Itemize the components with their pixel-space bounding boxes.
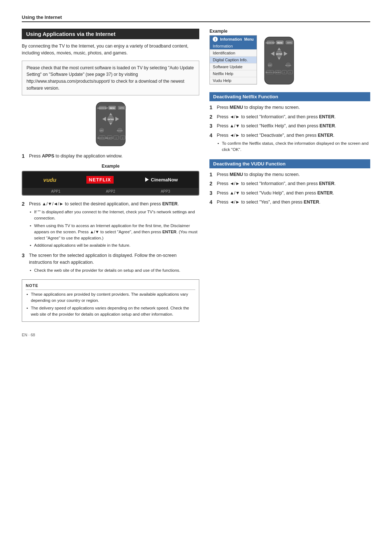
- svg-text:ENTER: ENTER: [276, 53, 282, 55]
- svg-text:AQUOS NET: AQUOS NET: [266, 42, 275, 44]
- step-1-number: 1: [22, 153, 27, 160]
- page-footer: EN · 68: [22, 333, 370, 337]
- vudu-step-2-num: 2: [209, 180, 215, 188]
- step-3: 3 The screen for the selected applicatio…: [22, 252, 199, 275]
- vudu-step-4-num: 4: [209, 199, 215, 206]
- menu-panel-header: i Information Menu: [210, 36, 257, 43]
- app-label-2: APP2: [106, 189, 115, 193]
- netflix-step-2: 2 Press ◄/► to select "Information", and…: [209, 114, 370, 121]
- netflix-note: To confirm the Netflix status, check the…: [217, 140, 370, 153]
- svg-text:RETURN: RETURN: [285, 65, 291, 66]
- netflix-step-1-num: 1: [209, 104, 215, 111]
- step-2-number: 2: [22, 201, 27, 208]
- right-column: Example i Information Menu Information I…: [209, 29, 370, 322]
- netflix-logo: NETFLIX: [86, 176, 114, 184]
- remote-illustration-left: AQUOS NET MENU APPS ENTER EXIT: [22, 100, 199, 148]
- intro-text: By connecting the TV to the Internet, yo…: [22, 43, 199, 57]
- footer-text: EN · 68: [22, 333, 35, 337]
- netflix-step-2-num: 2: [209, 114, 215, 121]
- menu-item-identification: Identification: [210, 50, 257, 57]
- two-column-layout: Using Applications via the Internet By c…: [22, 29, 370, 322]
- app-window-body: vudu NETFLIX CinemaNow: [23, 172, 199, 188]
- example-label-right: Example: [209, 29, 370, 34]
- svg-text:FAVORITE CH: FAVORITE CH: [265, 72, 274, 73]
- vudu-step-3-content: Press ▲/▼ to select "Vudu Help", and the…: [217, 190, 370, 197]
- step-1-text: Press APPS to display the application wi…: [29, 153, 123, 159]
- step-3-number: 3: [22, 252, 27, 259]
- note-box: NOTE These applications are provided by …: [22, 279, 199, 322]
- step-2-enter: ENTER: [162, 201, 177, 206]
- netflix-steps-list: 1 Press MENU to display the menu screen.…: [209, 104, 370, 154]
- vudu-step-3: 3 Press ▲/▼ to select "Vudu Help", and t…: [209, 190, 370, 197]
- netflix-step-4-bullets: To confirm the Netflix status, check the…: [217, 140, 370, 153]
- step-3-bullet-1: Check the web site of the provider for d…: [30, 267, 199, 274]
- note-bullets: These applications are provided by conte…: [26, 291, 195, 317]
- vudu-step-2-content: Press ◄/► to select "Information", and t…: [217, 180, 370, 187]
- svg-text:3: 3: [290, 72, 290, 73]
- menu-item-vudu-help: Vudu Help: [210, 77, 257, 84]
- menu-item-information: Information: [210, 43, 257, 50]
- step-3-bullets: Check the web site of the provider for d…: [30, 267, 199, 274]
- steps-list-2: 2 Press ▲/▼/◄/► to select the desired ap…: [22, 201, 199, 275]
- example-label-left: Example: [22, 164, 199, 169]
- menu-item-digital-caption: Digital Caption Info.: [210, 57, 257, 63]
- cinemanow-icon: [144, 177, 150, 182]
- vudu-steps-list: 1 Press MENU to display the menu screen.…: [209, 171, 370, 206]
- step-3-content: The screen for the selected application …: [29, 252, 199, 275]
- remote-illustration-right: AQUOS NET MENU APPS ENTER EXIT: [259, 35, 299, 87]
- cinemanow-logo: CinemaNow: [144, 177, 178, 182]
- note-bullet-2: The delivery speed of applications varie…: [26, 305, 195, 318]
- app-label-3: APP3: [161, 189, 170, 193]
- netflix-step-4-content: Press ◄/► to select "Deactivate", and th…: [217, 132, 370, 154]
- svg-text:FAVORITE CH: FAVORITE CH: [97, 137, 106, 139]
- step-2-bullets: If "" is displayed after you connect to …: [30, 209, 199, 249]
- section-title: Using Applications via the Internet: [22, 29, 199, 39]
- netflix-step-3-num: 3: [209, 123, 215, 130]
- menu-illustration: i Information Menu Information Identific…: [209, 35, 370, 87]
- remote-svg-right: AQUOS NET MENU APPS ENTER EXIT: [259, 35, 299, 86]
- steps-list: 1 Press APPS to display the application …: [22, 153, 199, 160]
- netflix-step-1-content: Press MENU to display the menu screen.: [217, 104, 370, 111]
- page-header: Using the Internet: [22, 15, 370, 22]
- page-header-title: Using the Internet: [22, 15, 62, 20]
- step-2-bullet-3: Additional applications will be availabl…: [30, 242, 199, 249]
- svg-marker-27: [145, 177, 149, 182]
- step-2: 2 Press ▲/▼/◄/► to select the desired ap…: [22, 201, 199, 250]
- info-icon: i: [213, 37, 218, 42]
- netflix-step-3-content: Press ▲/▼ to select "Netflix Help", and …: [217, 123, 370, 130]
- vudu-step-2: 2 Press ◄/► to select "Information", and…: [209, 180, 370, 188]
- left-column: Using Applications via the Internet By c…: [22, 29, 199, 322]
- svg-text:MENU: MENU: [109, 107, 115, 109]
- netflix-step-4-num: 4: [209, 132, 215, 139]
- note-bullet-1: These applications are provided by conte…: [26, 291, 195, 304]
- netflix-step-2-content: Press ◄/► to select "Information", and t…: [217, 114, 370, 120]
- svg-text:RETURN: RETURN: [117, 130, 123, 132]
- svg-text:EXIT: EXIT: [100, 130, 103, 132]
- app-window-illustration: vudu NETFLIX CinemaNow APP1 APP2 APP3: [22, 171, 199, 196]
- menu-item-netflix-help: Netflix Help: [210, 70, 257, 77]
- app-label-1: APP1: [51, 189, 61, 193]
- netflix-step-4: 4 Press ◄/► to select "Deactivate", and …: [209, 132, 370, 154]
- svg-text:APPS: APPS: [287, 42, 292, 44]
- note-label: NOTE: [26, 283, 195, 290]
- vudu-step-1: 1 Press MENU to display the menu screen.: [209, 171, 370, 178]
- svg-text:FAV APP 2: FAV APP 2: [106, 137, 113, 139]
- vudu-step-3-num: 3: [209, 190, 215, 197]
- svg-text:ENTER: ENTER: [107, 118, 114, 120]
- svg-text:2: 2: [278, 70, 278, 72]
- netflix-step-3: 3 Press ▲/▼ to select "Netflix Help", an…: [209, 123, 370, 130]
- vudu-step-4: 4 Press ◄/► to select "Yes", and then pr…: [209, 199, 370, 206]
- svg-text:APPS: APPS: [119, 107, 124, 109]
- svg-text:AQUOS NET: AQUOS NET: [97, 107, 108, 109]
- step-1: 1 Press APPS to display the application …: [22, 153, 199, 160]
- svg-text:1: 1: [270, 70, 270, 72]
- deactivate-netflix-title: Deactivating Netflix Function: [209, 92, 370, 101]
- app-labels-row: APP1 APP2 APP3: [23, 188, 199, 195]
- vudu-step-1-num: 1: [209, 171, 215, 178]
- menu-item-software-update: Software Update: [210, 63, 257, 70]
- netflix-step-1: 1 Press MENU to display the menu screen.: [209, 104, 370, 111]
- notice-text: Please check that the most current softw…: [26, 65, 194, 91]
- vudu-step-4-content: Press ◄/► to select "Yes", and then pres…: [217, 199, 370, 206]
- step-2-bullet-2: When using this TV to access an Internet…: [30, 223, 199, 242]
- vudu-step-1-content: Press MENU to display the menu screen.: [217, 171, 370, 178]
